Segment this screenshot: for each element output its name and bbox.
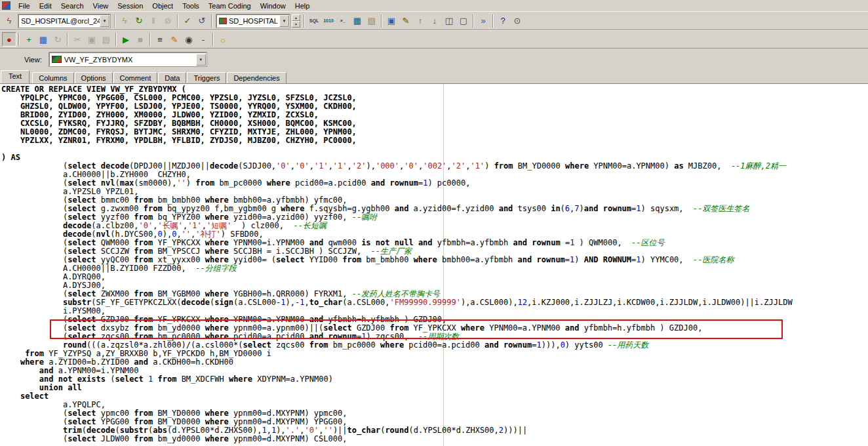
toolbar-separator [304, 14, 305, 28]
connection-combo[interactable]: SD_HOSPITAL@orcl_24(3)▼ [18, 14, 110, 28]
sql-code: CREATE OR REPLACE VIEW VW_YF_ZYBYDYMX ( … [1, 85, 868, 443]
execute-icon[interactable]: ▶ [119, 32, 133, 47]
session-combo[interactable]: SD_HOSPITAL▼ [216, 14, 290, 28]
copy-icon: ▣ [85, 32, 99, 47]
toolbar-separator [18, 33, 20, 46]
comment-icon[interactable]: -- [196, 32, 210, 47]
tab-data[interactable]: Data [158, 72, 186, 83]
code-line: A.CH0000||B.ZYID00 FZZD00, --分组字段 [1, 264, 868, 273]
menu-session[interactable]: Session [113, 1, 148, 10]
menu-team-coding[interactable]: Team Coding [204, 1, 256, 10]
toolbar-separator [177, 14, 178, 28]
code-line [1, 145, 868, 153]
menu-search[interactable]: Search [56, 1, 89, 10]
session-combo-arrow-icon[interactable]: ▼ [279, 15, 289, 27]
toolbar-separator [115, 33, 117, 46]
object-browser-icon[interactable]: ▤ [365, 14, 379, 28]
tab-triggers[interactable]: Triggers [187, 72, 226, 83]
save-icon[interactable]: ▦ [36, 32, 50, 47]
describe-icon[interactable]: ≡ [153, 32, 167, 47]
toolbar-separator [473, 14, 474, 28]
find-icon[interactable]: ◉ [182, 32, 196, 47]
commit-icon[interactable]: ✓ [180, 14, 195, 28]
code-line: and not exists (select 1 from BM_XDCFWH … [1, 375, 868, 384]
import-icon[interactable]: ↓ [427, 14, 442, 28]
toolbar-separator [381, 14, 382, 28]
picture-icon[interactable]: ▣ [384, 14, 399, 28]
code-line: A.DYRQ00, [1, 273, 868, 281]
sql-editor[interactable]: CREATE OR REPLACE VIEW VW_YF_ZYBYDYMX ( … [0, 83, 868, 446]
menu-window[interactable]: Window [256, 1, 290, 10]
help-icon[interactable]: ? [496, 14, 510, 28]
cut-icon: ✂ [70, 32, 85, 47]
break-icon: ■ [133, 32, 148, 47]
stop-icon: ⊘ [161, 14, 175, 28]
explain-plan-icon[interactable]: ▦ [350, 14, 365, 28]
toolbar-separator [211, 14, 212, 28]
session-combo-value: SD_HOSPITAL [229, 17, 279, 25]
edit-toolbar: ●+▦↻✂▣▤▶■≡✎◉--☼ [0, 30, 868, 49]
view-name-value: VW_YF_ZYBYDYMX [64, 56, 196, 64]
report-window-icon[interactable]: 1010 [321, 14, 336, 28]
sql-window-icon[interactable]: SQL [307, 14, 321, 28]
code-line: substr(SF_YF_GETYPKCZLXX(decode(sign(a.C… [1, 298, 868, 307]
macros-icon[interactable]: » [476, 14, 490, 28]
toolbar-separator [149, 33, 151, 46]
toolbar-separator [212, 33, 214, 46]
toolbar-separator [114, 14, 115, 28]
menu-help[interactable]: Help [290, 1, 315, 10]
app-icon[interactable] [2, 1, 10, 10]
menu-tools[interactable]: Tools [178, 1, 204, 10]
view-name-combo[interactable]: VW_YF_ZYBYDYMX ▼ [49, 52, 207, 66]
session-spinner-down-icon[interactable]: ▼ [292, 21, 300, 28]
tab-options[interactable]: Options [75, 72, 113, 83]
command-window-icon[interactable]: »_ [336, 14, 350, 28]
hint-lightbulb-icon[interactable]: ☼ [216, 32, 230, 47]
main-toolbar: ϟSD_HOSPITAL@orcl_24(3)▼ϟ↻‖⊘✓↺SD_HOSPITA… [0, 11, 868, 30]
menu-file[interactable]: File [14, 1, 35, 10]
tab-text[interactable]: Text [1, 70, 30, 83]
view-label: View: [24, 56, 42, 64]
toolbar-separator [492, 14, 494, 28]
window-list-icon[interactable]: ▢ [456, 14, 471, 28]
session-spinner[interactable]: ▲▼ [292, 14, 300, 28]
export-icon[interactable]: ↑ [413, 14, 427, 28]
tab-columns[interactable]: Columns [32, 72, 73, 83]
compile-icon[interactable]: ✎ [399, 14, 413, 28]
plsql-developer-window: FileEditSearchViewSessionObjectToolsTeam… [0, 0, 868, 446]
menu-bar: FileEditSearchViewSessionObjectToolsTeam… [0, 0, 868, 11]
pause-icon: ‖ [146, 14, 161, 28]
view-object-icon [52, 56, 62, 63]
connection-combo-arrow-icon[interactable]: ▼ [100, 15, 109, 27]
rollback-icon[interactable]: ↺ [195, 14, 209, 28]
menu-edit[interactable]: Edit [35, 1, 56, 10]
code-line: select [1, 392, 868, 401]
code-line: YPZLXX, YZNR01, FYRXM0, YPDLBH, YFLBID, … [1, 136, 868, 145]
tab-dependencies[interactable]: Dependencies [227, 72, 286, 83]
compare-icon[interactable]: ◫ [442, 14, 456, 28]
menu-bar-items: FileEditSearchViewSessionObjectToolsTeam… [14, 1, 314, 10]
session-icon [219, 18, 227, 24]
tab-comment[interactable]: Comment [113, 72, 158, 83]
menu-object[interactable]: Object [148, 1, 178, 10]
add-item-icon[interactable]: + [22, 32, 36, 47]
code-line: (select JLDW00 from bm_yd0000 where ypnm… [1, 435, 868, 443]
tab-bar: TextColumnsOptionsCommentDataTriggersDep… [0, 70, 868, 83]
preferences-icon[interactable]: ⊙ [510, 14, 524, 28]
view-bar: View: VW_YF_ZYBYDYMX ▼ [0, 49, 868, 70]
menu-view[interactable]: View [89, 1, 113, 10]
toolbar-separator [67, 33, 68, 46]
execute-window-icon[interactable]: ϟ [117, 14, 132, 28]
record-macro-icon[interactable]: ● [2, 32, 16, 47]
beautifier-icon[interactable]: ✎ [167, 32, 182, 47]
log-on-icon[interactable]: ϟ [2, 14, 16, 28]
code-line: union all [1, 384, 868, 392]
reload-icon: ↻ [50, 32, 65, 47]
paste-icon: ▤ [99, 32, 113, 47]
view-combo-arrow-icon[interactable]: ▼ [196, 54, 206, 66]
session-spinner-up-icon[interactable]: ▲ [292, 14, 300, 21]
refresh-session-icon[interactable]: ↻ [132, 14, 146, 28]
connection-combo-value: SD_HOSPITAL@orcl_24(3) [21, 17, 100, 25]
